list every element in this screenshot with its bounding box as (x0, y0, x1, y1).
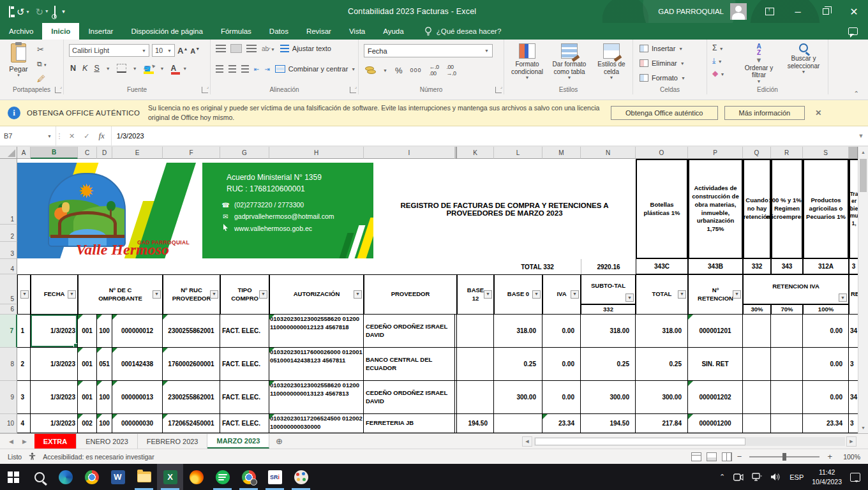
underline-button[interactable]: S (94, 64, 99, 73)
column-header-O[interactable]: O (636, 147, 688, 159)
worksheet[interactable]: ABCDEFGHIKLMNOPQRS 123456 Acuerdo Minist… (0, 147, 868, 433)
header-autorizacion[interactable]: AUTORIZACIÓN▼ (269, 274, 364, 315)
ribbon-tab-f-rmulas[interactable]: Fórmulas (212, 23, 260, 40)
font-color-icon[interactable]: A (171, 64, 177, 73)
sheet-tab-enero-2023[interactable]: ENERO 2023 (77, 434, 138, 449)
cell-c1[interactable]: 001 (78, 315, 97, 348)
filter-icon[interactable]: ▼ (20, 290, 29, 299)
sheet-nav-left-icon[interactable]: ◀ (9, 438, 13, 445)
header-col-a[interactable]: ▼ (17, 274, 31, 315)
scroll-down-icon[interactable]: ▼ (858, 422, 868, 433)
file-explorer-icon[interactable] (131, 464, 157, 490)
header-base0[interactable]: BASE 0▼ (494, 274, 542, 315)
decrease-font-icon[interactable]: A▼ (190, 47, 200, 55)
align-right-icon[interactable] (241, 65, 249, 73)
decrease-decimal-icon[interactable]: .00→.0 (447, 64, 456, 77)
chrome-icon[interactable] (79, 464, 105, 490)
cell-nret[interactable]: 000001201 (688, 315, 743, 348)
conditional-formatting-button[interactable]: Formato condicional▼ (507, 43, 548, 80)
scroll-left-icon[interactable]: ◀ (522, 436, 532, 447)
increase-decimal-icon[interactable]: ←.0.00 (430, 64, 439, 77)
cell-n[interactable]: 1 (17, 315, 31, 348)
cell-iva[interactable]: 0.00 (542, 315, 581, 348)
cell-sub[interactable]: 318.00 (581, 315, 636, 348)
row-header-6[interactable]: 6 (0, 304, 17, 315)
ribbon-tab-disposici-n-de-p-gina[interactable]: Disposición de página (122, 23, 212, 40)
cell-n[interactable]: 3 (17, 381, 31, 414)
network-icon[interactable] (752, 473, 762, 481)
filter-icon[interactable]: ▼ (733, 290, 741, 299)
column-header-Q[interactable]: Q (743, 147, 771, 159)
filter-icon[interactable]: ▼ (354, 290, 362, 299)
column-header-S[interactable]: S (803, 147, 849, 159)
scroll-up-icon[interactable]: ▲ (858, 147, 868, 158)
cell-styles-button[interactable]: Estilos de celda▼ (591, 43, 632, 80)
cell-ruc[interactable]: 1720652450001 (163, 414, 220, 433)
cell-tipo[interactable]: FACT. ELEC. (220, 414, 269, 433)
speaker-icon[interactable] (770, 473, 781, 481)
clock[interactable]: 11:42 10/4/2023 (812, 468, 842, 486)
currency-dropdown-icon[interactable]: ▼ (383, 68, 387, 73)
cell-tipo[interactable]: FACT. ELEC. (220, 315, 269, 348)
percent-style-button[interactable]: % (395, 66, 403, 75)
row-header-10[interactable]: 10 (0, 414, 17, 433)
cell-sub[interactable]: 300.00 (581, 381, 636, 414)
total-332-value[interactable]: 2920.16 (581, 259, 636, 274)
cell-tipo[interactable]: FACT. ELEC. (220, 348, 269, 381)
column-header-E[interactable]: E (112, 147, 163, 159)
cell-c2[interactable]: 100 (97, 315, 112, 348)
ribbon-display-options-button[interactable] (756, 0, 784, 23)
align-center-icon[interactable] (228, 65, 236, 73)
cell-c1[interactable]: 001 (78, 381, 97, 414)
zoom-level[interactable]: 100% (837, 453, 860, 461)
cell-p70[interactable] (771, 414, 803, 433)
copy-icon[interactable]: ⧉ ▾ (37, 60, 46, 68)
cell-iva[interactable]: 23.34 (542, 414, 581, 433)
filter-icon[interactable]: ▼ (571, 290, 579, 299)
cell-nret[interactable]: 000001202 (688, 381, 743, 414)
increase-font-icon[interactable]: A▲ (177, 46, 188, 56)
format-painter-icon[interactable]: 🖉 (37, 74, 46, 84)
align-left-icon[interactable] (216, 65, 223, 73)
cell-p30[interactable] (743, 414, 771, 433)
tax-header-clipped[interactable]: Tra er bie mu 1, (849, 159, 858, 259)
accessibility-status[interactable]: Accesibilidad: es necesario investigar (43, 453, 154, 461)
orientation-icon[interactable]: ab̷ ▼ (262, 45, 275, 52)
column-header-hidden[interactable] (849, 147, 858, 159)
filter-icon[interactable]: ▼ (839, 293, 847, 302)
cell-n[interactable]: 4 (17, 414, 31, 433)
number-format-select[interactable]: Fecha▼ (364, 44, 493, 57)
header-30[interactable]: 30% (743, 304, 771, 315)
tray-expand-icon[interactable]: ⌃ (719, 473, 725, 481)
underline-dropdown-icon[interactable]: ▼ (106, 66, 110, 71)
cell-tot[interactable]: 300.00 (636, 381, 688, 414)
font-color-dropdown-icon[interactable]: ▼ (183, 66, 187, 71)
cell-aut[interactable]: 010320230123002558620 012001100000000012… (269, 315, 364, 348)
column-header-B[interactable]: B (31, 147, 78, 159)
cancel-entry-icon[interactable]: ✕ (69, 132, 75, 140)
row-header-7[interactable]: 7 (0, 315, 17, 348)
column-header-G[interactable]: G (220, 147, 269, 159)
tax-header-construccion[interactable]: Actividades de construcción de obra mate… (688, 159, 743, 259)
column-header-R[interactable]: R (771, 147, 803, 159)
header-100[interactable]: 100% (803, 304, 849, 315)
meet-now-icon[interactable] (733, 473, 744, 481)
column-header-D[interactable]: D (97, 147, 112, 159)
cell-ruc[interactable]: 2300255862001 (163, 381, 220, 414)
ribbon-tab-revisar[interactable]: Revisar (297, 23, 340, 40)
tax-header-microempresa[interactable]: 100 % y 1%.- Regimen microempresa (771, 159, 803, 259)
italic-button[interactable]: K (82, 64, 87, 73)
cell-sub[interactable]: 0.25 (581, 348, 636, 381)
cell-p100[interactable]: 23.34 (803, 414, 849, 433)
cell-p100[interactable]: 0.00 (803, 315, 849, 348)
cell-ruc[interactable]: 2300255862001 (163, 315, 220, 348)
clipboard-dialog-launcher-icon[interactable] (55, 87, 61, 93)
cell-base12[interactable]: 194.50 (457, 414, 494, 433)
paint-icon[interactable] (288, 464, 314, 490)
column-header-A[interactable]: A (17, 147, 31, 159)
header-n-retencion[interactable]: Nº RETENCION▼ (688, 274, 743, 315)
cell-nret[interactable]: SIN. RET (688, 348, 743, 381)
cell-base0[interactable] (494, 414, 542, 433)
paste-dropdown-icon[interactable]: ▾ (17, 73, 20, 78)
zoom-out-icon[interactable]: − (737, 452, 742, 461)
